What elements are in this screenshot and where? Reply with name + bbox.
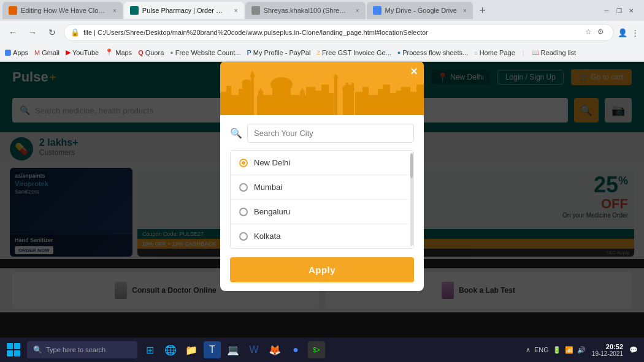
battery-icon: 🔋 <box>553 346 561 354</box>
edge-button[interactable]: 🌐 <box>162 341 179 358</box>
modal-body: 🔍 New Delhi Mumbai <box>220 115 424 291</box>
explorer-button[interactable]: 📁 <box>183 341 200 358</box>
new-tab-button[interactable]: + <box>474 2 491 19</box>
tab-close-drive[interactable]: × <box>463 7 467 14</box>
svg-rect-29 <box>378 89 383 115</box>
tab-shreyas[interactable]: Shreyas.khakal100 (Shreyas Kha... × <box>245 2 366 19</box>
tab-favicon-pulse <box>130 6 139 15</box>
address-bar[interactable]: 🔒 file | C:/Users/Shree/Desktop/main%20b… <box>64 24 614 41</box>
tab-editing[interactable]: Editing How We Have Cloned Pu... × <box>2 2 123 19</box>
bookmark-apps-icon <box>5 50 11 56</box>
svg-rect-4 <box>239 89 242 115</box>
taskbar-search-text: Type here to search <box>46 346 105 353</box>
clock-date: 19-12-2021 <box>592 350 623 357</box>
tab-close-pulse[interactable]: × <box>234 7 238 14</box>
page-content: Pulse + 📍 New Delhi Login / Sign Up 🛒 Go… <box>0 61 644 337</box>
bookmark-youtube-label: YouTube <box>72 49 99 56</box>
volume-icon: 🔊 <box>577 346 586 354</box>
scrollbar-track <box>410 153 413 246</box>
bookmark-gmail[interactable]: M Gmail <box>34 49 59 56</box>
profile-icon[interactable]: 👤 <box>618 28 627 37</box>
bookmark-home-icon: ⌂ <box>474 50 477 56</box>
svg-rect-7 <box>251 77 254 115</box>
bookmark-website-count[interactable]: ● Free Website Count... <box>170 49 240 56</box>
svg-rect-5 <box>242 83 251 115</box>
city-item-bengaluru[interactable]: Bengaluru <box>231 200 413 224</box>
bookmark-gst[interactable]: Z Free GST Invoice Ge... <box>316 49 391 56</box>
back-button[interactable]: ← <box>5 25 21 40</box>
tab-close-editing[interactable]: × <box>113 7 117 14</box>
svg-rect-26 <box>355 92 362 115</box>
bookmark-reading-list[interactable]: 📖 Reading list <box>532 49 576 56</box>
search-city-input[interactable] <box>247 124 414 143</box>
tab-bar: Editing How We Have Cloned Pu... × Pulse… <box>0 0 644 21</box>
svg-rect-18 <box>321 85 329 115</box>
system-clock[interactable]: 20:52 19-12-2021 <box>592 343 623 357</box>
city-name-kolkata: Kolkata <box>254 232 280 241</box>
bookmark-quora[interactable]: Q Quora <box>138 49 164 56</box>
city-radio-mumbai <box>239 183 248 192</box>
apply-button[interactable]: Apply <box>230 257 414 282</box>
tab-favicon-shreyas <box>251 6 260 15</box>
city-item-new-delhi[interactable]: New Delhi <box>231 151 413 175</box>
terminal-button[interactable]: $> <box>308 341 325 358</box>
close-button[interactable]: ✕ <box>626 5 637 16</box>
city-radio-bengaluru <box>239 208 248 216</box>
svg-rect-2 <box>226 86 231 115</box>
tab-close-shreyas[interactable]: × <box>356 7 359 14</box>
svg-rect-34 <box>410 92 416 115</box>
task-view-button[interactable]: ⊞ <box>141 341 158 358</box>
win-square-2 <box>14 343 20 349</box>
bookmark-gst-icon: Z <box>316 50 320 56</box>
city-item-kolkata[interactable]: Kolkata <box>231 224 413 248</box>
word-button[interactable]: W <box>245 341 263 358</box>
svg-rect-27 <box>362 87 369 115</box>
tab-pulse[interactable]: Pulse Pharmacy | Order Medicin... × <box>124 2 244 19</box>
windows-logo <box>7 343 20 356</box>
city-name-bengaluru: Bengaluru <box>254 207 290 216</box>
svg-rect-25 <box>351 83 354 115</box>
address-bar-icons: ☆ ⚙ <box>585 28 607 37</box>
chrome-button[interactable]: ● <box>287 341 304 358</box>
vscode-button[interactable]: 💻 <box>224 341 242 358</box>
city-item-mumbai[interactable]: Mumbai <box>231 175 413 200</box>
modal-header: × <box>220 61 424 115</box>
firefox-button[interactable]: 🦊 <box>266 341 283 358</box>
notification-icon[interactable]: 💬 <box>629 346 638 354</box>
extensions-icon[interactable]: ⚙ <box>597 28 607 37</box>
start-button[interactable] <box>0 337 27 362</box>
bookmark-home[interactable]: ⌂ Home Page <box>474 49 515 56</box>
bookmark-process[interactable]: ● Process flow sheets... <box>397 49 468 56</box>
bookmark-process-label: Process flow sheets... <box>402 49 468 56</box>
bookmark-quora-label: Quora <box>145 49 164 56</box>
svg-rect-32 <box>396 91 401 115</box>
bookmark-reading-label: Reading list <box>541 49 576 56</box>
bookmark-paypal[interactable]: P My Profile - PayPal <box>247 49 311 56</box>
tab-drive[interactable]: My Drive - Google Drive × <box>367 2 473 19</box>
modal-close-button[interactable]: × <box>410 65 418 77</box>
tray-up-icon[interactable]: ∧ <box>526 346 531 354</box>
restore-button[interactable]: ❐ <box>613 5 624 16</box>
bookmark-apps[interactable]: Apps <box>5 49 28 56</box>
taskbar-search[interactable]: 🔍 Type here to search <box>27 341 137 358</box>
win-square-1 <box>7 343 13 349</box>
more-icon[interactable]: ⋮ <box>631 28 639 37</box>
taskbar-search-icon: 🔍 <box>33 345 42 354</box>
teams-button[interactable]: T <box>204 341 221 358</box>
tab-favicon-editing <box>9 6 17 15</box>
city-radio-kolkata <box>239 232 248 241</box>
star-icon[interactable]: ☆ <box>585 28 595 37</box>
bookmark-youtube[interactable]: ▶ YouTube <box>66 48 99 56</box>
scrollbar-thumb[interactable] <box>410 154 413 178</box>
bookmark-paypal-icon: P <box>247 49 251 56</box>
bookmark-maps[interactable]: 📍 Maps <box>105 48 132 56</box>
forward-button[interactable]: → <box>25 25 40 40</box>
reload-button[interactable]: ↻ <box>44 25 60 40</box>
bookmark-apps-label: Apps <box>13 49 28 56</box>
bookmark-gmail-label: Gmail <box>42 49 59 56</box>
address-text: file | C:/Users/Shree/Desktop/main%20bra… <box>83 29 581 36</box>
city-radio-new-delhi <box>239 159 248 167</box>
bookmarks-bar: Apps M Gmail ▶ YouTube 📍 Maps Q Quora ● … <box>0 44 644 61</box>
minimize-button[interactable]: ─ <box>601 5 612 16</box>
tab-label-drive: My Drive - Google Drive <box>385 7 457 14</box>
